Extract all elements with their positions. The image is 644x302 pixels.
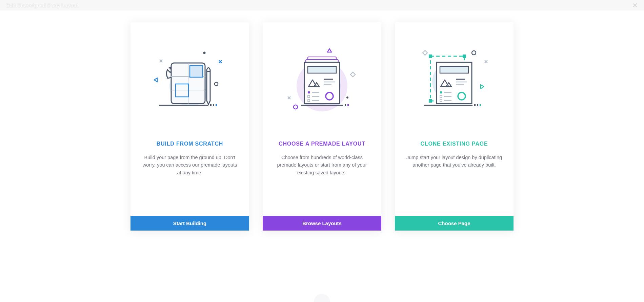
bottom-handle-icon[interactable] (314, 294, 330, 302)
card-description: Build your page from the ground up. Don'… (141, 154, 239, 176)
card-description: Jump start your layout design by duplica… (405, 154, 503, 169)
card-premade-layout: CHOOSE A PREMADE LAYOUT Choose from hund… (263, 22, 381, 231)
svg-rect-16 (210, 104, 212, 106)
build-from-scratch-illustration (130, 22, 249, 141)
svg-marker-4 (154, 78, 157, 82)
svg-point-5 (215, 82, 218, 86)
card-description: Choose from hundreds of world-class prem… (273, 154, 371, 176)
card-content: BUILD FROM SCRATCH Build your page from … (130, 141, 249, 216)
svg-rect-45 (347, 104, 349, 106)
card-clone-page: CLONE EXISTING PAGE Jump start your layo… (395, 22, 514, 231)
svg-point-26 (294, 105, 298, 109)
svg-marker-51 (481, 85, 484, 89)
svg-rect-30 (308, 66, 336, 73)
svg-rect-71 (474, 104, 476, 106)
card-heading: BUILD FROM SCRATCH (141, 141, 239, 147)
svg-rect-27 (308, 57, 336, 60)
modal-header: Edit Unassigned Body Layout ✕ (0, 0, 644, 10)
svg-rect-24 (350, 72, 355, 77)
choose-page-button[interactable]: Choose Page (395, 216, 514, 231)
svg-point-25 (346, 96, 348, 99)
svg-point-48 (472, 51, 476, 55)
svg-rect-36 (308, 91, 310, 93)
svg-rect-63 (440, 91, 442, 93)
modal-title: Edit Unassigned Body Layout (6, 2, 78, 8)
svg-rect-55 (429, 99, 432, 103)
card-content: CHOOSE A PREMADE LAYOUT Choose from hund… (263, 141, 381, 216)
svg-rect-17 (213, 104, 214, 106)
svg-rect-12 (190, 66, 203, 77)
premade-layout-illustration (263, 22, 381, 141)
card-heading: CHOOSE A PREMADE LAYOUT (273, 141, 371, 147)
browse-layouts-button[interactable]: Browse Layouts (263, 216, 381, 231)
svg-marker-21 (327, 49, 331, 52)
start-building-button[interactable]: Start Building (130, 216, 249, 231)
svg-rect-54 (463, 55, 466, 58)
card-content: CLONE EXISTING PAGE Jump start your layo… (395, 141, 514, 216)
svg-rect-72 (477, 104, 478, 106)
svg-rect-73 (480, 104, 481, 106)
svg-point-1 (203, 52, 206, 54)
close-icon[interactable]: ✕ (632, 1, 638, 9)
svg-rect-53 (429, 55, 432, 58)
clone-page-illustration (395, 22, 514, 141)
card-heading: CLONE EXISTING PAGE (405, 141, 503, 147)
svg-rect-47 (423, 50, 427, 55)
svg-rect-18 (216, 104, 217, 106)
svg-rect-57 (440, 66, 468, 73)
cards-container: BUILD FROM SCRATCH Build your page from … (0, 10, 644, 231)
svg-rect-44 (345, 104, 346, 106)
card-build-from-scratch: BUILD FROM SCRATCH Build your page from … (130, 22, 249, 231)
